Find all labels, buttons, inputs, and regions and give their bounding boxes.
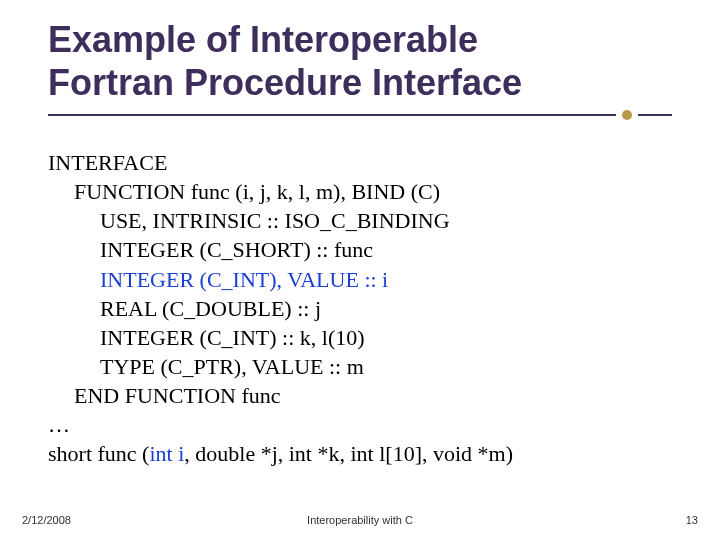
code-line: REAL (C_DOUBLE) :: j bbox=[48, 294, 672, 323]
title-line-1: Example of Interoperable bbox=[48, 19, 478, 60]
title-block: Example of Interoperable Fortran Procedu… bbox=[48, 18, 672, 120]
title-underline bbox=[48, 110, 672, 120]
code-line: … bbox=[48, 410, 672, 439]
code-line: TYPE (C_PTR), VALUE :: m bbox=[48, 352, 672, 381]
title-line-2: Fortran Procedure Interface bbox=[48, 62, 522, 103]
c-sig-pre: short func ( bbox=[48, 441, 149, 466]
code-block: INTERFACE FUNCTION func (i, j, k, l, m),… bbox=[48, 148, 672, 467]
slide: Example of Interoperable Fortran Procedu… bbox=[0, 0, 720, 540]
footer-date: 2/12/2008 bbox=[22, 514, 71, 526]
footer-title: Interoperability with C bbox=[307, 514, 413, 526]
underline-main bbox=[48, 114, 616, 116]
footer: 2/12/2008 Interoperability with C 13 bbox=[0, 514, 720, 526]
code-line: INTEGER (C_INT) :: k, l(10) bbox=[48, 323, 672, 352]
code-line-highlight: INTEGER (C_INT), VALUE :: i bbox=[48, 265, 672, 294]
code-line: FUNCTION func (i, j, k, l, m), BIND (C) bbox=[48, 177, 672, 206]
underline-tail bbox=[638, 114, 672, 116]
code-line: INTEGER (C_SHORT) :: func bbox=[48, 235, 672, 264]
code-line: USE, INTRINSIC :: ISO_C_BINDING bbox=[48, 206, 672, 235]
code-line: INTERFACE bbox=[48, 148, 672, 177]
c-sig-post: , double *j, int *k, int l[10], void *m) bbox=[184, 441, 513, 466]
slide-title: Example of Interoperable Fortran Procedu… bbox=[48, 18, 672, 104]
footer-page-number: 13 bbox=[686, 514, 698, 526]
code-line-c-signature: short func (int i, double *j, int *k, in… bbox=[48, 439, 672, 468]
code-line: END FUNCTION func bbox=[48, 381, 672, 410]
c-sig-highlight: int i bbox=[149, 441, 184, 466]
bullet-dot-icon bbox=[622, 110, 632, 120]
